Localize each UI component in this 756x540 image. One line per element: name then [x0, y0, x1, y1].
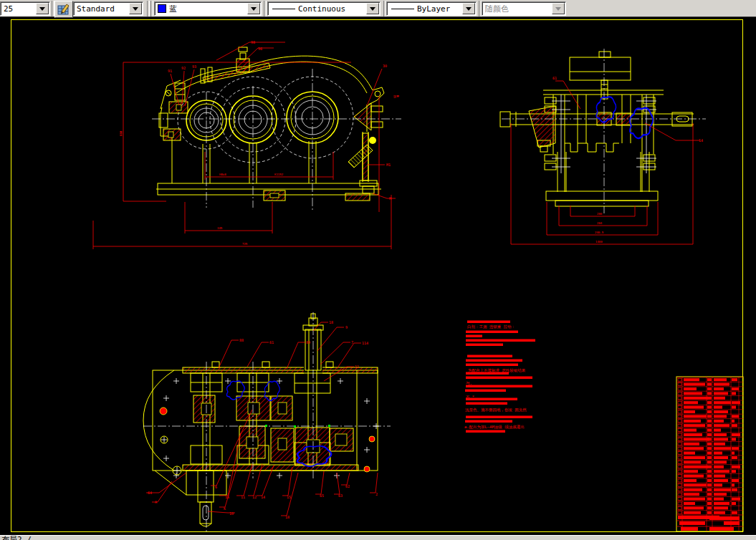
svg-text:30: 30 [383, 64, 387, 68]
object-properties-toolbar: 25 Standard 蓝 Continuous [0, 0, 756, 17]
color-swatch-blue [158, 4, 166, 13]
svg-text:M: M [389, 196, 391, 201]
chevron-down-icon [555, 7, 561, 11]
color-combo[interactable]: 蓝 [154, 1, 262, 16]
text-style-combo-arrow[interactable] [129, 3, 142, 14]
svg-text:10: 10 [229, 511, 234, 516]
lineweight-combo-arrow[interactable] [462, 3, 475, 14]
chevron-down-icon [370, 7, 375, 11]
plot-style-combo: 随颜色 [482, 1, 566, 16]
linetype-combo[interactable]: Continuous [267, 1, 381, 16]
svg-text:725: 725 [242, 242, 248, 246]
svg-text:a.配出为加L—AM油级 须油底退出: a.配出为加L—AM油级 须油底退出 [464, 424, 525, 430]
svg-text:62: 62 [345, 484, 350, 488]
text-style-combo-value: Standard [74, 4, 115, 14]
layer-combo-value: 25 [1, 4, 13, 14]
svg-text:18: 18 [329, 320, 333, 324]
svg-text:11: 11 [355, 365, 359, 369]
chevron-down-icon [133, 7, 138, 11]
toolbar-separator [150, 1, 153, 16]
svg-text:200: 200 [597, 212, 603, 216]
svg-text:65: 65 [320, 493, 324, 498]
svg-text:89: 89 [306, 340, 310, 344]
parts-list-table [676, 377, 743, 531]
color-combo-arrow[interactable] [247, 3, 260, 14]
svg-text:技要: 技要 [393, 95, 399, 98]
layout-tab-bar[interactable]: 布局2 / [0, 535, 756, 540]
svg-text:16: 16 [225, 495, 229, 499]
front-view [93, 42, 401, 249]
svg-text:204: 204 [597, 221, 603, 225]
svg-text:61: 61 [269, 340, 274, 344]
linetype-sample-icon [272, 9, 295, 9]
svg-text:浅显色、施不侧园地，创发 圆兑然: 浅显色、施不侧园地，创发 圆兑然 [465, 408, 527, 413]
linetype-combo-arrow[interactable] [366, 3, 379, 14]
svg-text:K1152: K1152 [274, 173, 284, 176]
toolbar-separator [264, 1, 267, 16]
svg-text:93: 93 [192, 64, 196, 69]
lineweight-sample-icon [391, 9, 414, 9]
svg-text:98: 98 [251, 40, 255, 44]
svg-text:与.: 与. [466, 381, 472, 385]
text-style-combo[interactable]: Standard [73, 1, 143, 16]
svg-text:61: 61 [552, 76, 557, 80]
layout-tab-label[interactable]: 布局2 / [0, 536, 756, 540]
svg-text:63: 63 [338, 493, 343, 498]
technical-requirements-notes: 白剂：工测 连锁重 拉动：为配合上不按标准 居性较银结果与.不 *浅显色、施不侧… [464, 321, 535, 433]
svg-text:88: 88 [239, 338, 244, 342]
plot-style-combo-value: 随颜色 [482, 4, 509, 14]
make-object-layer-current-button[interactable] [54, 1, 73, 18]
svg-text:96: 96 [258, 47, 262, 51]
svg-text:7: 7 [351, 340, 353, 344]
toolbar-separator [147, 1, 150, 16]
lineweight-combo-value: ByLayer [414, 4, 450, 14]
plan-section-view [143, 312, 391, 534]
svg-text:240.5: 240.5 [595, 231, 604, 234]
svg-text:345: 345 [217, 226, 223, 230]
svg-text:12: 12 [252, 495, 257, 499]
svg-text:680: 680 [119, 130, 123, 136]
color-combo-value: 蓝 [166, 4, 177, 14]
svg-text:91: 91 [168, 69, 172, 73]
plot-style-combo-arrow [552, 3, 565, 14]
svg-text:18: 18 [285, 515, 290, 519]
svg-text:6: 6 [215, 485, 217, 489]
svg-text:64: 64 [148, 491, 152, 495]
chevron-down-icon [39, 7, 45, 11]
svg-text:92: 92 [181, 66, 186, 70]
side-view [500, 49, 706, 244]
lineweight-combo[interactable]: ByLayer [386, 1, 477, 16]
svg-text:K: K [224, 506, 226, 511]
svg-text:114: 114 [362, 341, 368, 345]
svg-text:11: 11 [241, 495, 245, 499]
layer-combo[interactable]: 25 [0, 1, 50, 16]
svg-text:14: 14 [261, 495, 265, 499]
drawing-canvas[interactable]: 白剂：工测 连锁重 拉动：为配合上不按标准 居性较银结果与.不 *浅显色、施不侧… [0, 17, 756, 535]
svg-text:白剂：工测 连锁重 拉动：: 白剂：工测 连锁重 拉动： [467, 324, 515, 329]
svg-text:14: 14 [699, 138, 703, 143]
chevron-down-icon [466, 7, 472, 11]
chevron-down-icon [251, 7, 257, 11]
cad-application-window: 25 Standard 蓝 Continuous [0, 0, 756, 540]
svg-text:A: A [155, 500, 157, 504]
svg-text:H8x8: H8x8 [219, 173, 226, 176]
svg-text:2: 2 [375, 492, 378, 496]
layer-table-pencil-icon [57, 3, 70, 16]
svg-text:M1: M1 [386, 163, 391, 167]
svg-text:1400: 1400 [595, 240, 603, 244]
layer-combo-arrow[interactable] [36, 3, 49, 14]
svg-text:15: 15 [287, 495, 291, 499]
linetype-combo-value: Continuous [295, 4, 345, 14]
svg-text:9: 9 [345, 325, 348, 329]
